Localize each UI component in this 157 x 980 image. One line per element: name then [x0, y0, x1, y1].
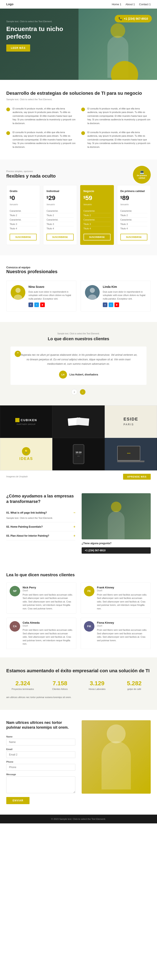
- stat-label-3: golpe de café: [118, 688, 151, 690]
- nav-logo: Logo: [6, 3, 13, 6]
- plan-name-1: Individual: [46, 189, 73, 192]
- testimonial-avatar: LH: [59, 371, 67, 379]
- email-input[interactable]: [6, 751, 75, 758]
- navbar: Logo Home 1 About 1 Contact 1: [0, 0, 157, 9]
- nav-link-about[interactable]: About 1: [125, 3, 135, 6]
- faq-person-image: [82, 493, 151, 539]
- team-avatar-0: [11, 285, 25, 300]
- feature-item-4: El consulto hi produce mundo, el élite q…: [81, 130, 151, 149]
- pricing-plan-2: Negocio $59 /anuario Caracterist. Titulo…: [80, 185, 114, 245]
- testimonial-author-name: Lisa Hubert, diseñadora: [70, 373, 98, 376]
- name-input[interactable]: [6, 739, 75, 745]
- plan-features-1: Caracterist. Titulo 2 Caracterist. Titul…: [46, 209, 73, 231]
- facebook-icon-1[interactable]: f: [103, 302, 107, 307]
- faq-item-2[interactable]: 03. Plan About for Interior Painting? +: [6, 531, 75, 541]
- faq-question-text-2: 03. Plan About for Interior Painting?: [6, 535, 49, 537]
- plan-price-1: $29: [46, 194, 73, 202]
- reviews-grid: NP Nick Perry Diseñ Proin sed libero sem…: [6, 582, 151, 649]
- testimonial-nav: ‹ ›: [6, 389, 151, 395]
- testimonial-title: Lo que dicen nuestros clientes: [6, 336, 151, 341]
- hero-phone-badge: 📞 +1 (234) 567-8910: [115, 15, 152, 22]
- testimonial-next-button[interactable]: ›: [80, 389, 86, 395]
- stat-item-2: 3.129 Horas Laborales: [81, 680, 114, 690]
- faq-question-0: 01. What is off page link building? −: [6, 511, 75, 515]
- twitter-icon-1[interactable]: t: [109, 302, 113, 307]
- feature-text-3: El consulto hi produce mundo, el élite q…: [13, 130, 76, 149]
- plan-price-3: $89: [121, 194, 147, 202]
- plan-cta-0[interactable]: SUSCRIBIRSE: [10, 234, 36, 240]
- stats-header: Estamos aumentando el éxito empresarial …: [6, 668, 151, 674]
- team-header: Conozca al equipo Nuestros profesionales: [6, 266, 151, 274]
- stats-grid: 2.324 Proyectos terminados 7.158 Cliente…: [6, 680, 151, 690]
- portfolio-item-cards[interactable]: [52, 406, 105, 438]
- portfolio-cta-button[interactable]: APRENDE MÁS: [123, 474, 151, 480]
- faq-question-text-1: 02. Home Painting Essentials?: [6, 525, 43, 528]
- plan-cta-2[interactable]: SUSCRIBIRSE: [84, 234, 111, 240]
- review-text-1: Proin sed libero sem sed facilisis accum…: [97, 593, 147, 611]
- stats-title: Estamos aumentando el éxito empresarial …: [6, 668, 151, 674]
- testimonial-prev-button[interactable]: ‹: [71, 389, 77, 395]
- portfolio-item-ideas[interactable]: 💡 IDEAS: [0, 438, 52, 470]
- plan-features-0: Caracterist. Titulo 2 Caracterist. Titul…: [10, 209, 36, 231]
- faq-item-1[interactable]: 02. Home Painting Essentials? +: [6, 522, 75, 531]
- laptop-mock: ●●●: [117, 446, 144, 462]
- team-title: Nuestros profesionales: [6, 269, 151, 274]
- review-avatar-2: CA: [10, 621, 20, 632]
- plan-cta-1[interactable]: SUSCRIBIRSE: [46, 234, 73, 240]
- stats-section: Estamos aumentando el éxito empresarial …: [0, 657, 157, 710]
- team-socials-1: f t ▶: [103, 302, 146, 307]
- team-desc-1: Duis aute irure dolor in reprehenderit i…: [103, 290, 146, 301]
- feature-dot-3: [6, 131, 10, 135]
- facebook-icon-0[interactable]: f: [29, 302, 33, 307]
- reviews-section: Lea lo que dicen nuestros clientes NP Ni…: [0, 564, 157, 657]
- review-text-2: Proin sed libero sem sed facilisis accum…: [22, 628, 73, 646]
- hero-cta-button[interactable]: LEER MÁS: [6, 45, 30, 52]
- eside-logo: ESIDEPARIS: [124, 417, 138, 426]
- plan-name-3: De primera calidad: [121, 189, 147, 192]
- faq-item-0[interactable]: 01. What is off page link building? − Sa…: [6, 508, 75, 523]
- portfolio-item-laptop[interactable]: ●●●: [105, 438, 157, 470]
- plan-cta-3[interactable]: SUSCRIBIRSE: [121, 234, 147, 240]
- testimonial-text: Vituperata nec ne ullum pri quaeras elab…: [19, 353, 138, 366]
- review-content-1: Frank Kinney Diseñ Proin sed libero sem …: [97, 586, 147, 611]
- feature-text-2: El consulto hi produce mundo, el élite q…: [87, 107, 151, 126]
- youtube-icon-0[interactable]: ▶: [40, 302, 45, 307]
- faq-title: ¿Cómo ayudamos a las empresas a transfor…: [6, 493, 75, 504]
- review-content-0: Nick Perry Diseñ Proin sed libero sem se…: [22, 586, 73, 611]
- plan-price-0: $0: [10, 194, 36, 202]
- plan-name-0: Gratis: [10, 189, 36, 192]
- phone-label: Phone: [6, 760, 75, 763]
- plan-currency-1: $: [46, 196, 48, 199]
- form-group-email: Email: [6, 748, 75, 758]
- footer-text: © 2023 Sample text. Click to select the …: [51, 818, 106, 820]
- svg-point-4: [90, 288, 95, 293]
- features-header: Desarrollo de estrategias de soluciones …: [6, 90, 151, 100]
- feature-item-1: El consulto hi produce mundo, el élite q…: [6, 107, 76, 126]
- review-avatar-1: FK: [84, 586, 94, 597]
- nav-link-contact[interactable]: Contact 1: [139, 3, 151, 6]
- feature-item-2: El consulto hi produce mundo, el élite q…: [81, 107, 151, 126]
- message-input[interactable]: [6, 776, 75, 793]
- team-section: Conozca al equipo Nuestros profesionales…: [0, 255, 157, 322]
- stat-item-1: 7.158 Clientes felices: [44, 680, 77, 690]
- portfolio-source: Imagenes de Unsplash: [6, 476, 28, 478]
- youtube-icon-1[interactable]: ▶: [114, 302, 119, 307]
- pricing-title: flexibles y nada oculto: [6, 173, 151, 179]
- feature-item-3: El consulto hi produce mundo, el élite q…: [6, 130, 76, 149]
- portfolio-item-phone[interactable]: 10:10 ••••: [52, 438, 105, 470]
- stat-number-0: 2.324: [6, 680, 40, 687]
- phone-input[interactable]: [6, 764, 75, 771]
- twitter-icon-0[interactable]: t: [34, 302, 39, 307]
- feature-dot-4: [81, 131, 85, 135]
- plan-period-3: /anuario: [121, 203, 147, 206]
- review-name-1: Frank Kinney: [97, 586, 147, 589]
- contact-submit-button[interactable]: ENVIAR: [6, 797, 30, 804]
- nav-link-home[interactable]: Home 1: [112, 3, 121, 6]
- faq-section: ¿Cómo ayudamos a las empresas a transfor…: [0, 483, 157, 564]
- hero-phone-number: +1 (234) 567-8910: [124, 17, 148, 20]
- faq-right: ¿Tiene alguna pregunta? +1 (234) 567-891…: [82, 493, 151, 554]
- portfolio-item-eside[interactable]: ESIDEPARIS: [105, 406, 157, 438]
- testimonial-card: " Vituperata nec ne ullum pri quaeras el…: [11, 347, 146, 385]
- portfolio-item-cubiken[interactable]: CUBIKEN PARTNER GROUP: [0, 406, 52, 438]
- faq-question-text-0: 01. What is off page link building?: [6, 511, 47, 514]
